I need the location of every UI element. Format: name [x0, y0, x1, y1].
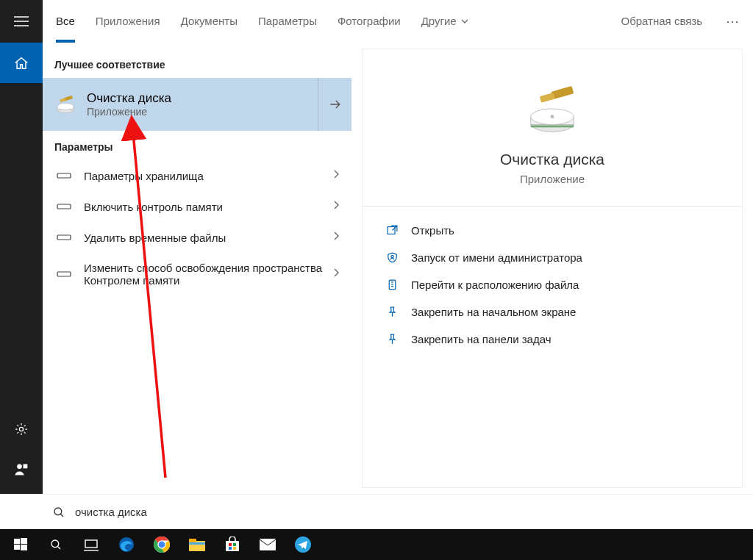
tab-label: Документы	[181, 15, 238, 27]
best-match-expand[interactable]	[318, 78, 351, 131]
taskbar-app-explorer[interactable]	[179, 529, 215, 560]
action-pin-taskbar[interactable]: Закрепить на панели задач	[374, 326, 730, 353]
preview-title: Очистка диска	[500, 151, 604, 168]
action-label: Закрепить на панели задач	[411, 333, 552, 345]
feedback-link[interactable]: Обратная связь	[607, 0, 715, 43]
svg-rect-2	[24, 464, 28, 468]
task-view-button[interactable]	[74, 529, 109, 560]
tab-label: Параметры	[258, 15, 317, 27]
folder-icon	[386, 279, 399, 291]
setting-item-temp-files[interactable]: Удалить временные файлы	[43, 222, 351, 253]
svg-point-0	[19, 427, 23, 431]
taskbar-app-telegram[interactable]	[285, 529, 321, 560]
account-button[interactable]	[0, 449, 43, 489]
svg-point-23	[54, 508, 62, 515]
search-icon	[43, 506, 75, 519]
svg-point-5	[57, 104, 74, 110]
svg-rect-25	[21, 538, 27, 544]
open-icon	[386, 224, 399, 237]
chrome-icon	[153, 536, 171, 553]
settings-row-icon	[57, 202, 71, 211]
svg-point-28	[51, 540, 59, 548]
action-label: Перейти к расположению файла	[411, 279, 579, 291]
ellipsis-icon: ⋯	[726, 13, 740, 29]
svg-rect-39	[233, 543, 236, 546]
tab-photos[interactable]: Фотографии	[327, 0, 411, 43]
group-settings: Параметры	[43, 131, 351, 160]
disk-cleanup-icon	[523, 80, 582, 139]
chevron-right-icon	[333, 169, 340, 179]
hamburger-icon	[14, 16, 29, 26]
setting-item-storage-sense[interactable]: Включить контроль памяти	[43, 191, 351, 222]
svg-point-1	[17, 464, 22, 469]
svg-rect-24	[14, 539, 20, 544]
action-label: Закрепить на начальном экране	[411, 306, 576, 318]
search-bar	[43, 494, 753, 529]
taskbar-app-edge[interactable]	[109, 529, 144, 560]
svg-rect-26	[14, 545, 20, 550]
pin-icon	[386, 306, 399, 318]
chevron-right-icon	[333, 268, 340, 278]
start-button[interactable]	[3, 529, 38, 560]
more-button[interactable]: ⋯	[715, 0, 750, 43]
tab-settings[interactable]: Параметры	[248, 0, 327, 43]
taskbar-app-mail[interactable]	[250, 529, 285, 560]
setting-label: Включить контроль памяти	[84, 201, 323, 213]
search-icon	[49, 538, 63, 551]
action-run-admin[interactable]: Запуск от имени администратора	[374, 244, 730, 271]
tab-other[interactable]: Другие	[411, 0, 479, 43]
svg-rect-21	[389, 280, 396, 290]
svg-rect-41	[233, 547, 236, 550]
taskbar	[0, 529, 753, 560]
svg-rect-9	[57, 204, 71, 209]
hamburger-button[interactable]	[0, 0, 43, 43]
edge-icon	[118, 536, 135, 553]
action-pin-start[interactable]: Закрепить на начальном экране	[374, 298, 730, 326]
person-icon	[14, 462, 29, 477]
setting-label: Удалить временные файлы	[84, 231, 323, 244]
preview-subtitle: Приложение	[520, 173, 585, 185]
cortana-sidebar	[0, 0, 43, 494]
svg-point-20	[390, 255, 393, 257]
windows-icon	[14, 538, 27, 551]
svg-rect-37	[226, 541, 239, 551]
gear-icon	[14, 422, 29, 437]
home-button[interactable]	[0, 43, 43, 83]
mail-icon	[259, 538, 276, 551]
setting-label: Изменить способ освобождения пространств…	[84, 262, 323, 287]
best-match-subtitle: Приложение	[87, 106, 171, 118]
search-input[interactable]	[75, 506, 753, 518]
settings-button[interactable]	[0, 409, 43, 449]
svg-rect-29	[85, 540, 97, 548]
setting-item-storage[interactable]: Параметры хранилища	[43, 160, 351, 191]
tab-label: Все	[56, 15, 75, 27]
preview-panel: Очистка диска Приложение Открыть Запуск …	[362, 49, 743, 488]
taskbar-app-chrome[interactable]	[144, 529, 179, 560]
svg-rect-27	[21, 545, 27, 550]
svg-rect-16	[531, 125, 574, 127]
svg-rect-10	[57, 235, 71, 240]
chevron-right-icon	[333, 200, 340, 210]
results-panel: Лучшее соответствие	[43, 49, 351, 488]
action-label: Запуск от имени администратора	[411, 251, 582, 264]
admin-icon	[386, 251, 399, 264]
svg-rect-36	[189, 542, 205, 545]
telegram-icon	[294, 536, 312, 553]
setting-item-configure[interactable]: Изменить способ освобождения пространств…	[43, 253, 351, 295]
svg-rect-19	[388, 227, 395, 234]
tab-apps[interactable]: Приложения	[85, 0, 171, 43]
folder-icon	[188, 537, 206, 552]
tab-docs[interactable]: Документы	[171, 0, 248, 43]
tab-label: Другие	[421, 15, 457, 27]
tab-all[interactable]: Все	[46, 0, 85, 43]
best-match-title: Очистка диска	[87, 91, 171, 106]
svg-rect-7	[60, 98, 65, 102]
action-open[interactable]: Открыть	[374, 217, 730, 244]
pin-icon	[386, 333, 399, 345]
svg-rect-42	[260, 539, 276, 550]
taskbar-search-button[interactable]	[38, 529, 74, 560]
action-file-location[interactable]: Перейти к расположению файла	[374, 271, 730, 298]
best-match-result[interactable]: Очистка диска Приложение	[43, 78, 351, 131]
tab-label: Фотографии	[338, 15, 401, 27]
taskbar-app-store[interactable]	[215, 529, 250, 560]
